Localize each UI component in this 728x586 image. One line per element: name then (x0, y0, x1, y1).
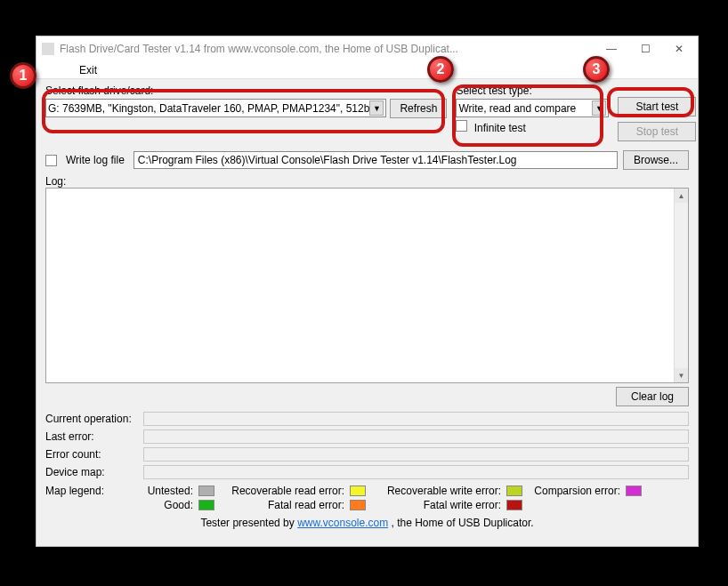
test-type-label: Select test type: (456, 84, 609, 97)
drive-select-value: G: 7639MB, "Kingston, DataTraveler 160, … (48, 102, 369, 115)
scroll-up-icon[interactable]: ▲ (675, 189, 688, 203)
device-map-value (143, 465, 689, 479)
legend-comparison-label: Comparsion error: (528, 485, 620, 497)
log-textarea[interactable]: ▲ ▼ (45, 188, 689, 383)
legend-fatalread-swatch (350, 500, 366, 510)
chevron-down-icon: ▼ (369, 100, 384, 116)
footer-link[interactable]: www.vconsole.com (297, 517, 388, 529)
current-operation-row: Current operation: (45, 412, 689, 426)
current-operation-value (143, 412, 689, 426)
error-count-label: Error count: (45, 448, 143, 461)
app-icon (42, 43, 54, 55)
legend-comparison-swatch (626, 486, 642, 496)
legend-fatalread-label: Fatal read error: (220, 499, 344, 511)
log-path-value: C:\Program Files (x86)\Virtual Console\F… (138, 154, 517, 166)
legend-recread-swatch (350, 486, 366, 496)
maximize-button[interactable]: ☐ (628, 38, 662, 60)
log-label: Log: (45, 175, 689, 188)
map-legend: Map legend: Untested: Recoverable read e… (45, 485, 689, 511)
last-error-value (143, 429, 689, 444)
legend-recwrite-swatch (506, 486, 522, 496)
annotation-badge-2: 2 (427, 56, 454, 83)
log-scrollbar[interactable]: ▲ ▼ (674, 189, 688, 382)
action-buttons: Start test Stop test (618, 84, 696, 141)
legend-untested-label: Untested: (142, 485, 193, 497)
last-error-label: Last error: (45, 430, 143, 443)
legend-untested-swatch (198, 486, 214, 496)
close-button[interactable]: ✕ (662, 38, 696, 60)
refresh-button[interactable]: Refresh (390, 99, 447, 118)
last-error-row: Last error: (45, 429, 689, 444)
footer: Tester presented by www.vconsole.com , t… (45, 517, 689, 529)
start-test-button[interactable]: Start test (618, 97, 696, 116)
drive-select-label: Select flash drive/card: (45, 84, 447, 97)
footer-suffix: , the Home of USB Duplicator. (392, 517, 534, 529)
legend-good-swatch (198, 500, 214, 510)
log-path-input[interactable]: C:\Program Files (x86)\Virtual Console\F… (133, 151, 618, 169)
infinite-test-checkbox[interactable] (456, 120, 467, 132)
menu-exit[interactable]: Exit (79, 64, 97, 76)
scroll-down-icon[interactable]: ▼ (675, 368, 688, 382)
legend-title: Map legend: (45, 485, 134, 511)
window-title: Flash Drive/Card Tester v1.14 from www.v… (60, 43, 595, 55)
annotation-badge-1: 1 (10, 62, 36, 89)
stop-test-button[interactable]: Stop test (618, 122, 696, 141)
test-type-value: Write, read and compare (458, 102, 576, 115)
write-log-label: Write log file (66, 154, 125, 166)
annotation-badge-3: 3 (583, 56, 610, 83)
test-type-group: Select test type: Write, read and compar… (456, 84, 609, 134)
error-count-row: Error count: (45, 447, 689, 462)
footer-prefix: Tester presented by (200, 517, 297, 529)
app-window: Flash Drive/Card Tester v1.14 from www.v… (36, 36, 699, 547)
infinite-test-label: Infinite test (474, 122, 526, 134)
clear-log-button[interactable]: Clear log (616, 387, 689, 406)
drive-select[interactable]: G: 7639MB, "Kingston, DataTraveler 160, … (45, 99, 386, 117)
drive-select-group: Select flash drive/card: G: 7639MB, "Kin… (45, 84, 447, 118)
browse-button[interactable]: Browse... (623, 150, 689, 170)
chevron-down-icon: ▼ (592, 100, 606, 116)
test-type-select[interactable]: Write, read and compare ▼ (456, 99, 609, 117)
device-map-row: Device map: (45, 465, 689, 479)
legend-fatalwrite-swatch (506, 500, 522, 510)
current-operation-label: Current operation: (45, 413, 143, 425)
legend-good-label: Good: (142, 499, 193, 511)
write-log-checkbox[interactable] (45, 155, 57, 166)
legend-fatalwrite-label: Fatal write error: (371, 499, 501, 511)
legend-recwrite-label: Recoverable write error: (371, 485, 501, 497)
legend-recread-label: Recoverable read error: (220, 485, 344, 497)
device-map-label: Device map: (45, 466, 143, 478)
error-count-value (143, 447, 689, 462)
